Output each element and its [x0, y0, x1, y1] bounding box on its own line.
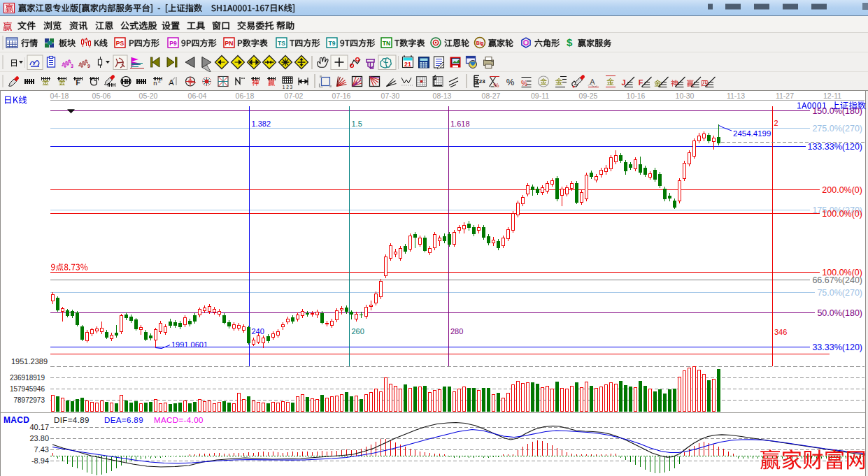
svg-text:MACD=-4.00: MACD=-4.00 — [154, 416, 204, 424]
svg-text:J: J — [621, 78, 625, 87]
svg-text:33.33%(120): 33.33%(120) — [812, 342, 862, 352]
svg-text:-8.94: -8.94 — [31, 456, 49, 465]
svg-text:1 2 3: 1 2 3 — [283, 85, 293, 89]
svg-text:275.0%(270): 275.0%(270) — [812, 124, 862, 134]
svg-text:TS: TS — [278, 40, 285, 47]
svg-text:%: % — [493, 82, 499, 89]
svg-text:280: 280 — [450, 327, 463, 336]
svg-text:21: 21 — [404, 61, 411, 68]
svg-text:09-25: 09-25 — [579, 92, 598, 100]
svg-text:7.43: 7.43 — [34, 445, 49, 454]
svg-text:1991.0601: 1991.0601 — [171, 340, 208, 349]
svg-text:05-20: 05-20 — [139, 92, 158, 100]
svg-text:1.618: 1.618 — [450, 120, 470, 128]
svg-text:1.382: 1.382 — [252, 120, 271, 128]
svg-text:100.0%(0): 100.0%(0) — [822, 209, 862, 219]
svg-text:346: 346 — [774, 328, 787, 336]
svg-text:07-02: 07-02 — [285, 92, 304, 100]
svg-text:200.0%(0): 200.0%(0) — [822, 185, 862, 195]
svg-text:2: 2 — [158, 78, 161, 83]
svg-text:08-27: 08-27 — [482, 92, 501, 100]
svg-text:3: 3 — [71, 64, 73, 68]
svg-text:157945946: 157945946 — [10, 385, 45, 393]
svg-text:11-13: 11-13 — [727, 92, 745, 100]
svg-text:06-04: 06-04 — [188, 92, 207, 100]
svg-text:F: F — [76, 79, 80, 87]
svg-text:23.80: 23.80 — [29, 434, 49, 442]
svg-text:10-30: 10-30 — [676, 92, 695, 100]
svg-text:A: A — [590, 78, 595, 86]
svg-text:11-27: 11-27 — [776, 92, 794, 100]
svg-text:40.17: 40.17 — [29, 423, 49, 431]
svg-text:12-11: 12-11 — [823, 92, 841, 100]
svg-text:2454.4199: 2454.4199 — [733, 129, 771, 138]
svg-text:n: n — [153, 79, 157, 87]
svg-text:150.0%(180): 150.0%(180) — [812, 106, 862, 116]
svg-text:75.0%(270): 75.0%(270) — [817, 288, 862, 298]
svg-text:DEA=6.89: DEA=6.89 — [104, 416, 143, 424]
svg-text:TN: TN — [383, 40, 390, 47]
svg-text:09-11: 09-11 — [531, 92, 549, 100]
svg-text:1951.2389: 1951.2389 — [11, 357, 48, 366]
svg-text:%: % — [506, 77, 515, 87]
svg-text:Big: Big — [476, 41, 484, 46]
svg-text:06-18: 06-18 — [236, 92, 255, 100]
svg-text:1.5: 1.5 — [352, 120, 362, 128]
svg-text:123: 123 — [476, 78, 485, 85]
svg-text:DIF=4.89: DIF=4.89 — [54, 416, 90, 424]
svg-text:08-13: 08-13 — [433, 92, 452, 100]
svg-text:66.67%(240): 66.67%(240) — [812, 275, 862, 285]
svg-text:10-16: 10-16 — [627, 92, 646, 100]
svg-text:P9: P9 — [169, 40, 177, 47]
svg-text:2: 2 — [774, 119, 778, 127]
svg-text:PS: PS — [116, 40, 124, 47]
svg-text:MACD: MACD — [3, 415, 29, 425]
svg-text:07-16: 07-16 — [332, 92, 351, 100]
svg-text:T9: T9 — [329, 40, 336, 47]
svg-text:9: 9 — [87, 64, 90, 68]
svg-text:PN: PN — [225, 40, 234, 47]
svg-text:133.33%(120): 133.33%(120) — [807, 142, 862, 152]
svg-text:78972973: 78972973 — [14, 396, 45, 404]
svg-text:236918919: 236918919 — [10, 374, 45, 382]
svg-text:50.0%(180): 50.0%(180) — [817, 308, 862, 318]
svg-text:05-06: 05-06 — [92, 92, 111, 100]
svg-text:260: 260 — [352, 327, 364, 336]
svg-text:07-30: 07-30 — [381, 92, 400, 100]
svg-text:$: $ — [567, 36, 573, 48]
svg-text:04-18: 04-18 — [50, 92, 69, 100]
